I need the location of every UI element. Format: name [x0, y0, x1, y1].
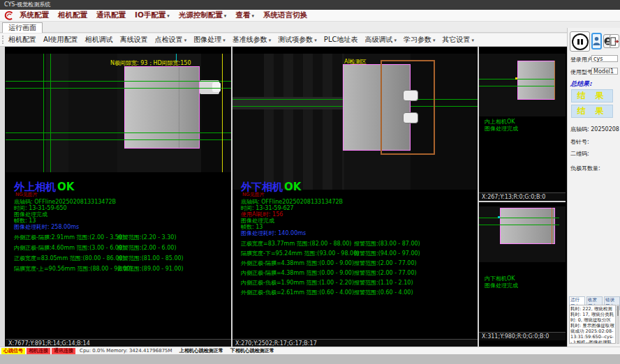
status-bar: 心跳信号相机连接通讯连接 Cpu: 0.0% Memory: 3424.4179…: [0, 347, 620, 354]
guide-line-orange: [552, 208, 552, 244]
guide-line-horizontal: [479, 218, 559, 218]
toolbar-item[interactable]: 点检设置▾: [155, 35, 187, 45]
camera-info-lines: 内上相机OK图像处理完成: [485, 119, 518, 132]
log-output[interactable]: 耗时: 222, 瑕疵检测耗时: 17, 瑕疵分类耗时: 0, 瑕疵提取分区耗时…: [569, 305, 616, 344]
info-line: 时间: 13-31-59-650: [14, 205, 116, 211]
info-line: 底轴码: OFFline2025020813313472B: [241, 199, 343, 205]
measurement-row: 隔膜宽度-下=95.24mm 范围:(93.00 - 98.00)报警范围:(9…: [241, 250, 478, 259]
exit-button[interactable]: [610, 34, 619, 48]
measurement-value: 外侧正极-隔膜:2.91mm 范围:(2.00 - 3.50): [14, 234, 124, 241]
model-input[interactable]: Model1: [591, 68, 618, 75]
toolbar-item[interactable]: 高级调试▾: [364, 35, 397, 45]
measurement-value: 正极宽度=83.77mm 范围:(82.00 - 88.00): [241, 241, 351, 247]
roi-inner-divider: [179, 67, 179, 148]
toolbar-item[interactable]: 相机配置: [8, 35, 36, 45]
toolbar-item[interactable]: PLC地址表: [324, 35, 358, 45]
guide-line-horizontal: [6, 132, 231, 133]
roller-tip: [212, 82, 221, 92]
menu-item[interactable]: 查看▾: [235, 10, 254, 20]
chevron-down-icon: ▾: [224, 13, 227, 19]
info-line: 图像处理耗时: 258.00ms: [14, 224, 116, 230]
user-login-button[interactable]: [591, 33, 602, 50]
measurement-list: 正极宽度=83.77mm 范围:(82.00 - 88.00)报警范围:(83.…: [241, 240, 478, 298]
camera-view-inner-lower: 内下相机OK图像处理完成 X:311;Y:980;R:0;G:0;B:0: [479, 202, 566, 347]
alarm-range: 报警范围:(0.60 - 4.00): [354, 289, 413, 296]
menu-item[interactable]: 系统配置: [20, 10, 49, 20]
info-line: 时间: 13-31-59-627: [241, 205, 343, 211]
measurement-value: 隔膜宽度-下=95.24mm 范围:(93.00 - 98.00): [241, 250, 359, 257]
camera-view-outer-upper: N极间隙宽: 93；HD间隙宽:150 外上相机OK NG见图片 底轴码: OF…: [6, 47, 231, 347]
toolbar-item[interactable]: AI使用配置: [43, 35, 78, 45]
info-line: 使用AI耗时: 156: [241, 211, 343, 218]
camera-info-lines: 内下相机OK图像处理完成: [485, 275, 518, 289]
main-area: N极间隙宽: 93；HD间隙宽:150 外上相机OK NG见图片 底轴码: OF…: [0, 47, 567, 347]
guide-line-vertical: [43, 54, 44, 172]
camera-image[interactable]: [479, 54, 566, 116]
toolbar-item[interactable]: 离线设置: [120, 35, 148, 45]
result-display: 结 果: [571, 105, 613, 118]
camera-image[interactable]: N极间隙宽: 93；HD间隙宽:150: [6, 54, 231, 172]
menu-item[interactable]: 系统语言切换: [263, 10, 307, 20]
result-ok-badge: OK: [57, 181, 74, 193]
toolbar-grip: [2, 36, 6, 44]
log-scrollbar[interactable]: [617, 305, 619, 344]
toolbar-item[interactable]: 基准线参数▾: [232, 35, 272, 45]
info-line: 内下相机OK: [485, 275, 518, 282]
result-ok-badge: OK: [284, 181, 301, 193]
menu-item[interactable]: 相机配置: [58, 10, 87, 20]
alarm-range: 报警范围:(94.00 - 97.00): [354, 250, 420, 257]
app-window: CYS-视觉检测系统 系统配置相机配置通讯配置IO手配置▾光源控制配置▾查看▾系…: [0, 0, 620, 364]
measurement-row: 内侧正极-隔膜:4.60mm 范围:(3.00 - 6.00)报警范围:(2.0…: [14, 244, 231, 255]
alarm-range: 报警范围:(1.10 - 2.10): [354, 279, 413, 287]
camera-image[interactable]: [479, 206, 566, 262]
camera-view-outer-lower: AI检测区 外下相机OK NG见图片 底轴码: OFFline202502081…: [232, 47, 478, 347]
info-line: 图像处理完成: [485, 282, 518, 289]
measurement-row: 外侧正极-负极=2.61mm 范围:(0.60 - 4.00)报警范围:(0.6…: [241, 289, 478, 298]
toolbar-item[interactable]: 学习参数▾: [404, 35, 436, 45]
bright-blob: [403, 112, 418, 123]
menu-item[interactable]: 通讯配置: [96, 10, 126, 20]
total-result-label: 总结果:: [570, 79, 592, 89]
toolbar-item[interactable]: 图像处理▾: [193, 35, 226, 45]
log-scrollbar-thumb[interactable]: [617, 306, 619, 316]
guide-line-orange: [554, 61, 555, 100]
toolbar-item[interactable]: 测试项参数▾: [278, 35, 317, 45]
alarm-range: 报警范围:(2.00 - 77.00): [354, 259, 417, 267]
chevron-down-icon: ▾: [314, 38, 317, 43]
machine-backdrop: [68, 54, 117, 172]
measurement-row: 正极宽度=83.05mm 范围:(80.00 - 86.00)报警范围:(81.…: [14, 255, 231, 265]
panel-field: 底轴码: 20250208: [570, 126, 619, 133]
app-logo-icon: [3, 10, 15, 21]
status-badge: 相机连接: [27, 348, 50, 354]
exit-door-icon: [610, 37, 619, 46]
chevron-down-icon: ▾: [471, 38, 474, 43]
bright-blob: [403, 90, 418, 101]
measurement-row: 隔膜宽度-上=90.56mm 范围:(88.00 - 92.00)报警范围:(8…: [14, 265, 231, 275]
menu-item[interactable]: 光源控制配置▾: [179, 10, 227, 20]
measurement-value: 内侧正极-隔膜:4.60mm 范围:(3.00 - 6.00): [14, 245, 124, 251]
pause-button[interactable]: [570, 31, 590, 52]
chevron-down-icon: ▾: [433, 38, 436, 43]
pixel-coords-readout: X:267;Y:13;R:0;G:0;B:0: [479, 192, 566, 201]
guide-line-horizontal: [6, 81, 231, 82]
control-panel: 登录用户: cys 使用型号: Model1 总结果: 结 果结 果 底轴码: …: [567, 28, 620, 347]
alarm-range: 报警范围:(2.00 - 6.00): [117, 244, 177, 252]
measurement-list: 外侧正极-隔膜:2.91mm 范围:(2.00 - 3.50)报警范围:(2.2…: [14, 234, 231, 275]
measurement-value: 外侧正极-负极=2.61mm 范围:(0.60 - 4.00): [241, 289, 354, 296]
toolbar-items: 相机配置AI使用配置相机调试离线设置点检设置▾图像处理▾基准线参数▾测试项参数▾…: [8, 35, 481, 45]
alarm-range: 报警范围:(89.00 - 91.00): [117, 265, 184, 273]
chevron-down-icon: ▾: [167, 13, 170, 19]
camera-image[interactable]: AI检测区: [232, 54, 478, 190]
menu-item[interactable]: IO手配置▾: [135, 10, 170, 20]
status-badges: 心跳信号相机连接通讯连接: [0, 348, 75, 354]
toolbar-item[interactable]: 相机调试: [85, 35, 113, 45]
alarm-range: 报警范围:(2.20 - 3.30): [117, 234, 177, 241]
alarm-range: 报警范围:(2.00 - 77.00): [354, 269, 417, 277]
electrode-roi-block: [124, 66, 200, 149]
info-line: 内上相机OK: [485, 119, 518, 126]
login-user-input[interactable]: cys: [591, 55, 618, 62]
alarm-range: 报警范围:(83.00 - 87.00): [354, 240, 420, 248]
cpu-memory-readout: Cpu: 0.0% Memory: 3424.41796875M: [80, 348, 172, 354]
tab-run-screen[interactable]: 运行画面: [2, 22, 43, 33]
toolbar-item[interactable]: 其它设置▾: [442, 35, 474, 45]
